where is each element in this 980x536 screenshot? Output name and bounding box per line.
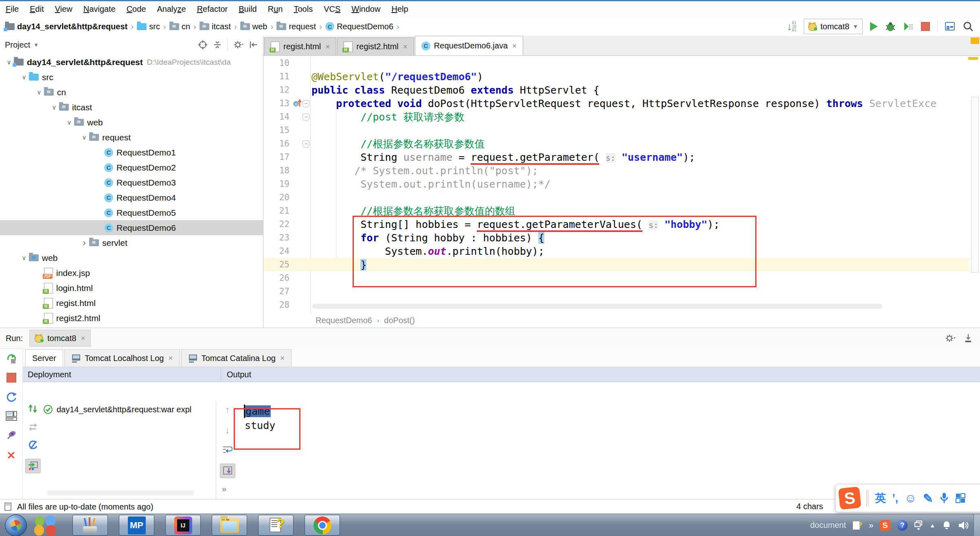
ime-toolbox-icon[interactable] [955, 493, 966, 503]
ime-language-toggle[interactable]: 英 [875, 491, 886, 505]
restore-windows-tray-icon[interactable] [914, 520, 923, 531]
fold-marker-icon[interactable]: − [303, 114, 309, 121]
help-tray-icon[interactable]: ? [897, 520, 908, 531]
volume-icon[interactable] [958, 520, 969, 531]
hide-panel-icon[interactable] [249, 40, 258, 49]
close-icon[interactable]: × [280, 354, 285, 363]
menu-item-refactor[interactable]: Refactor [197, 4, 228, 14]
menu-item-vcs[interactable]: VCS [324, 4, 340, 14]
chevron-down-icon[interactable]: ∨ [64, 119, 74, 126]
output-column-header[interactable]: Output [221, 370, 251, 379]
tree-item-requestdemo2[interactable]: CRequestDemo2 [0, 160, 263, 175]
menu-item-run[interactable]: Run [268, 4, 283, 14]
menu-item-view[interactable]: View [55, 4, 72, 14]
tree-item-requestdemo1[interactable]: CRequestDemo1 [0, 145, 263, 160]
taskbar-button-mindmanager[interactable]: MP [119, 515, 154, 536]
editor-tab-regist.html[interactable]: Hregist.html× [264, 37, 336, 55]
tree-item-requestdemo5[interactable]: CRequestDemo5 [0, 205, 263, 220]
tray-expand-icon[interactable]: » [869, 521, 873, 530]
taskbar-button-intellij[interactable]: IJ [165, 515, 201, 536]
error-stripe-warning[interactable] [971, 37, 979, 44]
tree-item-request[interactable]: ∨request [0, 130, 263, 145]
toolwindow-toggle-icon[interactable] [4, 503, 12, 511]
taskbar-button-helpdoc[interactable]: ? [258, 515, 294, 536]
redeploy-icon[interactable] [28, 440, 38, 451]
error-stripe-warning[interactable] [968, 57, 978, 60]
menu-item-code[interactable]: Code [127, 4, 146, 14]
tree-item-web[interactable]: ∨web [0, 115, 263, 130]
breadcrumb-item-requestdemo6[interactable]: CRequestDemo6 [325, 22, 393, 31]
more-icon[interactable]: » [222, 484, 226, 494]
editor-tab-requestdemo6.java[interactable]: CRequestDemo6.java× [415, 36, 523, 55]
breadcrumb-method[interactable]: doPost() [384, 316, 415, 325]
tree-item-requestdemo3[interactable]: CRequestDemo3 [0, 175, 263, 190]
settings-gear-icon[interactable] [234, 40, 243, 49]
menu-item-edit[interactable]: Edit [30, 4, 44, 14]
menu-item-build[interactable]: Build [239, 4, 257, 14]
breadcrumb-item-web[interactable]: web [240, 22, 267, 31]
prev-message-icon[interactable]: ↑ [225, 404, 230, 416]
override-method-icon[interactable]: o [293, 98, 302, 110]
menu-item-window[interactable]: Window [351, 4, 380, 14]
console-line[interactable]: game [239, 404, 980, 418]
show-desktop-button[interactable] [973, 514, 980, 536]
search-everywhere-icon[interactable] [963, 21, 973, 32]
tree-item-web[interactable]: ∨web [0, 250, 263, 265]
taskbar-button-explorer[interactable] [212, 515, 247, 536]
settings-gear-icon[interactable] [945, 334, 956, 343]
server-console-icon[interactable] [6, 411, 17, 421]
close-icon[interactable]: × [512, 42, 517, 50]
sogou-tray-icon[interactable]: S [879, 519, 891, 531]
scroll-to-end-icon[interactable] [220, 464, 235, 478]
breadcrumb-item-src[interactable]: src [137, 22, 160, 31]
tree-item-src[interactable]: ∨src [0, 70, 263, 85]
breadcrumb-item-day14_servlet&http&request[interactable]: day14_servlet&http&request [5, 22, 127, 31]
deployment-row[interactable]: day14_servlet&http&request:war expl [43, 402, 216, 417]
pin-icon[interactable] [6, 430, 17, 440]
tree-item-requestdemo6[interactable]: CRequestDemo6 [0, 220, 263, 235]
run-with-coverage-button[interactable] [903, 22, 914, 31]
ime-emoji-icon[interactable]: ☺ [904, 491, 917, 505]
stop-button[interactable] [921, 22, 930, 31]
menu-item-navigate[interactable]: Navigate [83, 4, 116, 14]
editor-tab-regist2.html[interactable]: Hregist2.html× [337, 37, 414, 55]
chevron-right-icon[interactable]: › [79, 239, 89, 247]
update-application-icon[interactable]: ↓ 011001 [787, 20, 796, 33]
console-line[interactable]: study [239, 418, 980, 433]
ime-pencil-icon[interactable]: ✎ [923, 491, 933, 505]
tree-item-regist2.html[interactable]: Hregist2.html [0, 311, 263, 326]
hide-panel-icon[interactable] [964, 333, 973, 343]
debug-button[interactable] [885, 22, 896, 31]
deployment-scrollbar[interactable] [47, 490, 194, 495]
menu-item-tools[interactable]: Tools [294, 4, 313, 14]
breadcrumb-item-itcast[interactable]: itcast [200, 22, 231, 31]
run-session-tab[interactable]: tomcat8 × [29, 330, 90, 347]
horizontal-scrollbar[interactable] [312, 304, 882, 309]
close-icon[interactable]: × [168, 354, 173, 363]
breadcrumb-item-request[interactable]: request [276, 22, 316, 31]
chevron-down-icon[interactable]: ∨ [49, 104, 59, 111]
rerun-server-icon[interactable] [6, 353, 17, 364]
soft-wrap-icon[interactable] [222, 445, 233, 455]
tree-item-login.html[interactable]: Hlogin.html [0, 280, 263, 295]
close-icon[interactable]: × [403, 42, 408, 51]
chevron-down-icon[interactable]: ∨ [19, 254, 29, 262]
close-icon[interactable]: × [81, 334, 85, 343]
chevron-down-icon[interactable]: ∨ [19, 74, 29, 81]
chevron-down-icon[interactable]: ∨ [34, 89, 44, 96]
vertical-scrollbar[interactable] [971, 97, 979, 273]
next-message-icon[interactable]: ↓ [225, 424, 230, 436]
sogou-logo-icon[interactable]: S [838, 486, 861, 510]
fold-marker-icon[interactable]: − [303, 100, 309, 107]
show-hidden-icons[interactable]: ▲ [930, 522, 935, 529]
tray-document-label[interactable]: document [810, 521, 846, 530]
run-tab-tomcat-catalina-log[interactable]: Tomcat Catalina Log× [181, 349, 292, 367]
tree-item-cn[interactable]: ∨cn [0, 85, 263, 100]
tool-windows-icon[interactable] [945, 22, 956, 31]
tree-item-regist.html[interactable]: Hregist.html [0, 295, 263, 311]
ime-punctuation-icon[interactable]: ’, [892, 492, 898, 505]
deploy-icon[interactable] [28, 403, 38, 414]
close-icon[interactable]: × [325, 42, 330, 51]
locate-file-icon[interactable] [198, 40, 207, 49]
breadcrumb-class[interactable]: RequestDemo6 [316, 316, 372, 325]
